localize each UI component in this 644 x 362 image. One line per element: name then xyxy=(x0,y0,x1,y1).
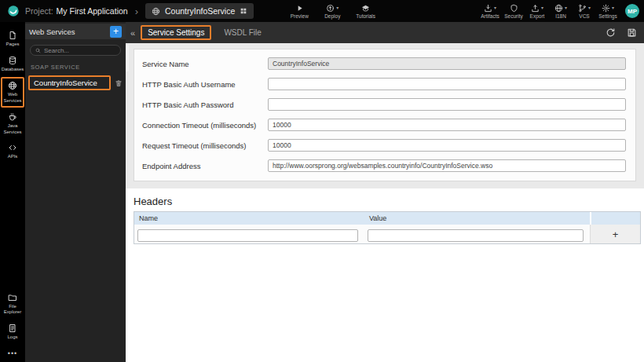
add-service-button[interactable]: + xyxy=(110,26,122,38)
caret-down-icon: ▾ xyxy=(541,5,543,10)
rail-label: Pages xyxy=(5,42,19,48)
service-settings-form: Service Name HTTP Basic Auth Username HT… xyxy=(134,49,636,181)
deploy-icon xyxy=(326,4,335,13)
form-row: Request Timeout (milliseconds) xyxy=(134,135,635,155)
search-input[interactable] xyxy=(44,47,115,54)
form-row: Connection Timeout (milliseconds) xyxy=(134,115,635,135)
rail-label: Databases xyxy=(2,67,24,73)
pages-icon xyxy=(8,31,17,40)
field-label: Endpoint Address xyxy=(142,162,268,170)
artifacts-label: Artifacts xyxy=(481,13,499,19)
tab-wsdl-file[interactable]: WSDL File xyxy=(218,27,266,38)
rail-item-apis[interactable]: APIs xyxy=(1,140,24,163)
header-name-cell xyxy=(134,227,364,242)
connection-timeout-input[interactable] xyxy=(268,119,626,131)
export-button[interactable]: ▾ Export xyxy=(528,4,547,19)
service-settings-content: Service Name HTTP Basic Auth Username HT… xyxy=(126,43,644,362)
panel-header: Web Services + xyxy=(25,24,126,39)
caret-down-icon: ▾ xyxy=(612,5,614,10)
tutorials-label: Tutorials xyxy=(356,13,375,19)
form-row: HTTP Basic Auth Password xyxy=(134,94,635,115)
rail-item-logs[interactable]: Logs xyxy=(1,320,24,344)
rail-item-java-services[interactable]: Java Services xyxy=(1,109,24,138)
grid-icon[interactable] xyxy=(240,7,247,15)
section-label: SOAP SERVICE xyxy=(31,64,120,71)
security-shield-icon xyxy=(510,4,518,13)
rail-item-pages[interactable]: Pages xyxy=(1,27,24,51)
http-basic-auth-username-input[interactable] xyxy=(268,78,626,90)
app-logo-icon[interactable] xyxy=(7,5,20,17)
active-entity-selector[interactable]: CountryInfoService xyxy=(145,3,254,19)
header-name-input[interactable] xyxy=(137,229,358,242)
http-basic-auth-password-input[interactable] xyxy=(268,98,626,111)
endpoint-address-input[interactable] xyxy=(268,159,626,172)
tab-bar: « Service Settings WSDL File xyxy=(126,22,644,43)
i18n-button[interactable]: ▾ I18N xyxy=(551,4,570,19)
web-service-icon xyxy=(152,7,160,16)
vcs-button[interactable]: ▾ VCS xyxy=(575,4,594,19)
headers-table-row: + xyxy=(134,225,640,243)
caret-down-icon: ▾ xyxy=(588,5,591,10)
tutorials-button[interactable]: Tutorials xyxy=(356,4,375,19)
settings-label: Settings xyxy=(598,13,617,19)
service-list-item[interactable]: CountryInfoService xyxy=(28,75,123,90)
add-header-button[interactable]: + xyxy=(590,225,640,243)
left-rail: Pages Databases Web Services Java Servic… xyxy=(0,22,25,362)
rail-label: Logs xyxy=(7,335,17,341)
app-window: Project: My First Application › CountryI… xyxy=(0,0,644,362)
play-icon xyxy=(295,4,304,13)
form-backdrop: Service Name HTTP Basic Auth Username HT… xyxy=(126,43,644,188)
service-item-label[interactable]: CountryInfoService xyxy=(28,75,111,90)
artifacts-button[interactable]: ▾ Artifacts xyxy=(481,4,499,19)
i18n-export-label: Export xyxy=(530,13,545,19)
field-label: HTTP Basic Auth Password xyxy=(142,101,268,109)
security-button[interactable]: Security xyxy=(504,4,523,19)
headers-table-head: Name Value xyxy=(134,212,640,225)
scrollbar-thumb[interactable] xyxy=(126,45,129,71)
rail-more-button[interactable]: ••• xyxy=(0,344,25,360)
project-label: Project: xyxy=(25,6,53,16)
refresh-icon xyxy=(606,27,616,38)
delete-service-button[interactable] xyxy=(115,79,123,87)
value-column-header: Value xyxy=(364,214,590,222)
action-column-header xyxy=(590,212,640,225)
rail-item-file-explorer[interactable]: File Explorer xyxy=(1,290,24,319)
user-avatar[interactable]: MP xyxy=(625,4,639,18)
form-row: Endpoint Address xyxy=(134,155,635,176)
header-value-input[interactable] xyxy=(368,229,584,242)
deploy-label: Deploy xyxy=(324,13,340,19)
main-area: « Service Settings WSDL File Service xyxy=(126,22,644,362)
export-icon xyxy=(531,4,540,13)
rail-item-databases[interactable]: Databases xyxy=(1,53,24,76)
security-label: Security xyxy=(504,13,522,19)
form-row: Service Name xyxy=(134,53,635,74)
deploy-button[interactable]: ▾ Deploy xyxy=(323,4,342,19)
vcs-branch-icon xyxy=(578,4,587,13)
settings-button[interactable]: ▾ Settings xyxy=(598,4,617,19)
tab-service-settings[interactable]: Service Settings xyxy=(141,25,211,40)
breadcrumb-chevron-icon: › xyxy=(135,5,138,17)
field-label: Connection Timeout (milliseconds) xyxy=(142,121,268,130)
save-floppy-icon xyxy=(627,27,637,38)
apis-code-icon xyxy=(8,143,17,152)
headers-table: Name Value + xyxy=(134,211,641,244)
topbar-center-actions: Preview ▾ Deploy Tutorials xyxy=(290,4,375,19)
logs-document-icon xyxy=(8,324,17,333)
name-column-header: Name xyxy=(134,214,364,222)
collapse-sidebar-button[interactable]: « xyxy=(128,28,137,38)
refresh-button[interactable] xyxy=(606,27,616,38)
headers-section-title: Headers xyxy=(134,196,644,207)
search-box[interactable] xyxy=(30,45,121,56)
caret-down-icon: ▾ xyxy=(336,5,338,10)
caret-down-icon: ▾ xyxy=(565,5,567,10)
request-timeout-input[interactable] xyxy=(268,139,626,152)
i18n-label: I18N xyxy=(555,13,566,19)
web-services-globe-icon xyxy=(8,81,17,90)
caret-down-icon: ▾ xyxy=(494,5,496,10)
service-name-input[interactable] xyxy=(268,57,626,70)
preview-button[interactable]: Preview xyxy=(290,4,309,19)
save-button[interactable] xyxy=(627,27,637,38)
search-icon xyxy=(35,48,41,53)
project-name: My First Application xyxy=(57,6,128,16)
rail-item-web-services[interactable]: Web Services xyxy=(1,77,24,108)
